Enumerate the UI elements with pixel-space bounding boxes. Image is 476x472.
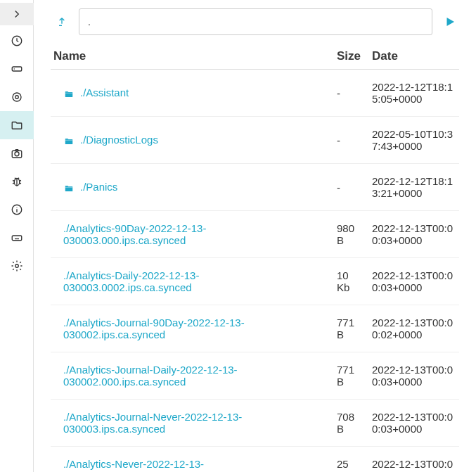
main-panel: Name Size Date ./Assistant-2022-12-12T18… xyxy=(34,0,476,472)
date-cell: 2022-12-12T18:15:05+0000 xyxy=(368,70,459,117)
file-table: Name Size Date ./Assistant-2022-12-12T18… xyxy=(51,45,459,472)
svg-rect-18 xyxy=(12,236,22,241)
table-row: ./DiagnosticLogs-2022-05-10T10:37:43+000… xyxy=(51,117,459,164)
sidebar-item-clock[interactable] xyxy=(0,27,34,55)
size-cell: - xyxy=(333,164,368,211)
svg-point-6 xyxy=(15,152,19,156)
size-cell: - xyxy=(333,70,368,117)
folder-icon xyxy=(11,119,23,132)
gear-icon xyxy=(11,260,23,272)
sidebar-item-bug[interactable] xyxy=(0,167,34,196)
info-icon xyxy=(11,203,23,216)
location-icon xyxy=(11,91,23,103)
up-arrow-icon xyxy=(56,15,67,28)
size-cell: - xyxy=(333,117,368,164)
play-icon xyxy=(444,15,456,28)
svg-rect-1 xyxy=(12,67,22,71)
svg-point-17 xyxy=(16,207,17,208)
date-cell: 2022-12-13T00:00:03+0000 xyxy=(368,258,459,305)
bug-icon xyxy=(11,175,23,188)
file-link[interactable]: ./Analytics-90Day-2022-12-13-030003.000.… xyxy=(63,222,206,246)
folder-icon xyxy=(63,184,75,193)
date-cell: 2022-12-13T00:00:03+0000 xyxy=(368,447,459,473)
date-cell: 2022-12-13T00:00:02+0000 xyxy=(368,305,459,352)
file-link[interactable]: ./Analytics-Journal-Never-2022-12-13-030… xyxy=(63,411,242,435)
size-cell: 771 B xyxy=(333,352,368,400)
sidebar-item-settings[interactable] xyxy=(0,252,34,280)
svg-point-2 xyxy=(13,68,15,70)
size-cell: 980 B xyxy=(333,211,368,258)
go-up-button[interactable] xyxy=(53,13,70,31)
svg-point-4 xyxy=(15,96,18,99)
column-header-date[interactable]: Date xyxy=(368,45,459,70)
file-link[interactable]: ./Analytics-Journal-90Day-2022-12-13-030… xyxy=(63,317,245,340)
svg-line-14 xyxy=(18,178,19,179)
sidebar-item-files[interactable] xyxy=(0,111,34,139)
column-header-name[interactable]: Name xyxy=(51,45,333,70)
date-cell: 2022-12-13T00:00:03+0000 xyxy=(368,211,459,258)
sidebar-item-disk[interactable] xyxy=(0,55,34,83)
table-row: ./Assistant-2022-12-12T18:15:05+0000 xyxy=(51,70,459,117)
folder-link[interactable]: ./Assistant xyxy=(80,87,129,98)
table-row: ./Analytics-Journal-Never-2022-12-13-030… xyxy=(51,400,459,447)
column-header-size[interactable]: Size xyxy=(333,45,368,70)
folder-icon xyxy=(63,136,75,146)
date-cell: 2022-12-12T18:13:21+0000 xyxy=(368,164,459,211)
svg-line-10 xyxy=(13,183,14,184)
table-row: ./Analytics-Daily-2022-12-13-030003.0002… xyxy=(51,258,459,305)
size-cell: 25 Kb xyxy=(333,447,368,473)
folder-link[interactable]: ./Panics xyxy=(80,181,117,193)
svg-line-13 xyxy=(15,178,16,179)
chevron-right-icon xyxy=(11,8,23,20)
table-row: ./Panics-2022-12-12T18:13:21+0000 xyxy=(51,164,459,211)
sidebar-collapse-toggle[interactable] xyxy=(0,3,34,25)
sidebar-item-keyboard[interactable] xyxy=(0,224,34,252)
table-row: ./Analytics-Journal-Daily-2022-12-13-030… xyxy=(51,352,459,400)
size-cell: 10 Kb xyxy=(333,258,368,305)
date-cell: 2022-05-10T10:37:43+0000 xyxy=(368,117,459,164)
svg-line-9 xyxy=(13,181,14,181)
clock-icon xyxy=(11,34,23,47)
table-row: ./Analytics-90Day-2022-12-13-030003.000.… xyxy=(51,211,459,258)
sidebar xyxy=(0,0,34,472)
date-cell: 2022-12-13T00:00:03+0000 xyxy=(368,352,459,400)
svg-line-12 xyxy=(19,183,20,184)
size-cell: 771 B xyxy=(333,305,368,352)
svg-point-3 xyxy=(13,93,21,101)
table-row: ./Analytics-Journal-90Day-2022-12-13-030… xyxy=(51,305,459,352)
svg-point-23 xyxy=(15,264,18,268)
go-button[interactable] xyxy=(441,13,459,31)
date-cell: 2022-12-13T00:00:03+0000 xyxy=(368,400,459,447)
sidebar-item-location[interactable] xyxy=(0,83,34,111)
file-link[interactable]: ./Analytics-Journal-Daily-2022-12-13-030… xyxy=(63,364,238,388)
file-link[interactable]: ./Analytics-Daily-2022-12-13-030003.0002… xyxy=(63,269,199,293)
path-input[interactable] xyxy=(79,8,432,35)
table-row: ./Analytics-Never-2022-12-13-030003.0003… xyxy=(51,447,459,473)
camera-icon xyxy=(11,147,23,160)
sidebar-item-info[interactable] xyxy=(0,196,34,224)
file-link[interactable]: ./Analytics-Never-2022-12-13-030003.0003… xyxy=(63,458,204,472)
folder-icon xyxy=(63,89,75,99)
folder-link[interactable]: ./DiagnosticLogs xyxy=(80,134,158,146)
path-bar xyxy=(51,8,459,35)
svg-line-11 xyxy=(19,181,20,181)
sidebar-item-camera[interactable] xyxy=(0,139,34,167)
keyboard-icon xyxy=(11,231,23,244)
disk-icon xyxy=(11,63,23,75)
svg-marker-25 xyxy=(447,18,455,26)
size-cell: 708 B xyxy=(333,400,368,447)
